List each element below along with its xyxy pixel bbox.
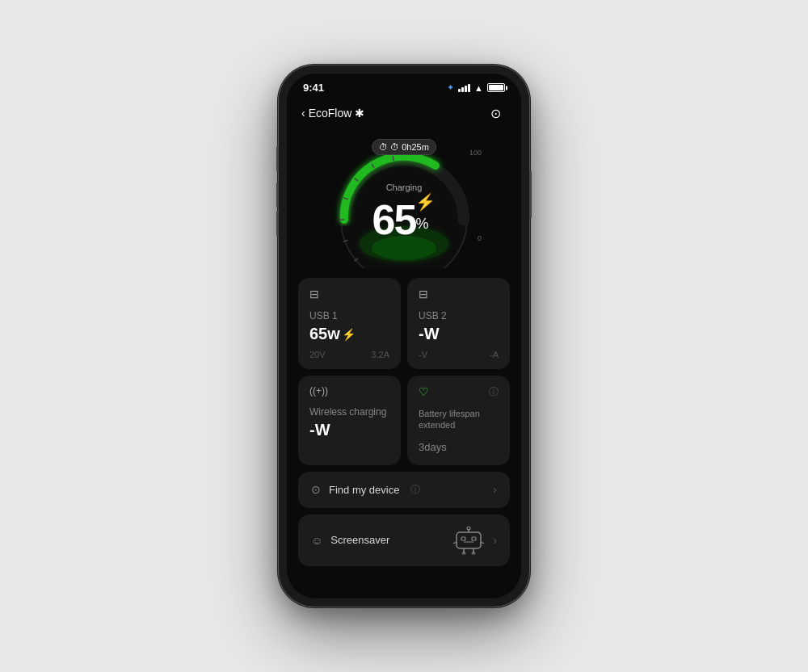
usb1-card: ⊟ USB 1 65w ⚡ 20V 3.2A [298, 278, 401, 369]
nav-bluetooth-icon: ✱ [355, 107, 364, 120]
usb1-amp: 3.2A [371, 350, 389, 359]
battery-status-icon [487, 83, 505, 92]
time-value: ⏱ 0h25m [390, 142, 429, 152]
wireless-title: Wireless charging [309, 406, 389, 418]
usb1-icon: ⊟ [309, 288, 389, 300]
time-remaining-badge: ⏱ ⏱ 0h25m [372, 139, 436, 155]
phone-shell: 9:41 ✦ ▲ ‹ EcoFlow ✱ [279, 65, 529, 607]
gauge-value-display: 65 ⚡ % [372, 194, 436, 241]
bolt-icon: ⚡ [415, 194, 436, 210]
battery-gauge-section: ⏱ ⏱ 0h25m 100 0 [287, 131, 521, 278]
usb-cards-section: ⊟ USB 1 65w ⚡ 20V 3.2A ⊟ USB 2 [287, 278, 521, 465]
scroll-content[interactable]: ⏱ ⏱ 0h25m 100 0 [287, 131, 521, 598]
signal-bars-icon [458, 84, 470, 92]
usb2-volt: -V [419, 350, 427, 359]
find-device-label: Find my device [329, 484, 399, 496]
wifi-icon: ▲ [474, 83, 483, 93]
usb1-bolt-icon: ⚡ [342, 328, 356, 341]
find-device-info-icon[interactable]: ⓘ [410, 483, 420, 497]
status-icons: ✦ ▲ [447, 82, 505, 93]
list-section: ⊙ Find my device ⓘ › ☺ Screensaver [287, 472, 521, 566]
usb1-value: 65w ⚡ [309, 325, 389, 343]
status-time: 9:41 [303, 82, 324, 94]
find-device-chevron-icon: › [493, 483, 497, 496]
gauge-center: Charging 65 ⚡ % [372, 158, 436, 241]
percent-number: 65 [372, 199, 416, 241]
back-chevron-icon: ‹ [301, 107, 305, 120]
days-number: 3days [419, 435, 447, 456]
usb1-footer: 20V 3.2A [309, 350, 389, 359]
svg-rect-13 [461, 537, 465, 540]
usb1-volt: 20V [309, 350, 326, 359]
battery-lifespan-value: 3days [419, 435, 499, 456]
usb2-value: -W [419, 325, 499, 343]
gauge-container: ⏱ ⏱ 0h25m 100 0 [315, 131, 493, 268]
find-device-icon: ⊙ [311, 483, 321, 496]
status-bar: 9:41 ✦ ▲ [287, 74, 521, 97]
usb2-amp: -A [490, 350, 499, 359]
settings-icon: ⊙ [490, 106, 501, 121]
time-icon: ⏱ [379, 142, 388, 152]
usb2-icon: ⊟ [419, 288, 499, 300]
percent-symbol: % [415, 216, 428, 231]
wireless-value: -W [309, 421, 389, 439]
back-button[interactable]: ‹ EcoFlow ✱ [301, 107, 364, 120]
nav-back-label: EcoFlow [309, 107, 352, 120]
nav-bar: ‹ EcoFlow ✱ ⊙ [287, 97, 521, 131]
robot-icon [452, 526, 485, 555]
battery-info-icon[interactable]: ⓘ [489, 385, 499, 399]
battery-lifespan-title: Battery lifespan extended [419, 408, 499, 431]
screensaver-item[interactable]: ☺ Screensaver [298, 514, 510, 566]
usb1-title: USB 1 [309, 310, 389, 321]
screensaver-label: Screensaver [330, 534, 389, 546]
screensaver-chevron-icon: › [493, 534, 497, 547]
days-label: days [424, 441, 446, 453]
usb2-title: USB 2 [419, 310, 499, 321]
bluetooth-icon: ✦ [447, 82, 454, 93]
phone-screen: 9:41 ✦ ▲ ‹ EcoFlow ✱ [287, 74, 521, 598]
charging-label: Charging [386, 183, 423, 192]
settings-button[interactable]: ⊙ [484, 102, 507, 124]
battery-lifespan-card: ♡ ⓘ Battery lifespan extended 3days [407, 376, 510, 465]
svg-point-17 [467, 527, 470, 530]
wireless-charging-card: ((+)) Wireless charging -W [298, 376, 401, 465]
usb2-footer: -V -A [419, 350, 499, 359]
battery-lifespan-icon: ♡ [419, 385, 429, 398]
usb2-card: ⊟ USB 2 -W -V -A [407, 278, 510, 369]
svg-rect-12 [457, 532, 481, 548]
svg-rect-14 [472, 537, 476, 540]
screensaver-icon: ☺ [311, 534, 322, 547]
wireless-icon: ((+)) [309, 385, 389, 397]
find-my-device-item[interactable]: ⊙ Find my device ⓘ › [298, 472, 510, 508]
